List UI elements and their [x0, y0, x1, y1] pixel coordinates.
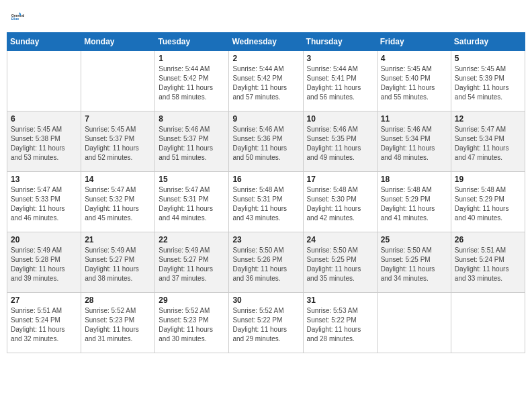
day-info: Sunrise: 5:52 AMSunset: 5:23 PMDaylight:…: [159, 306, 225, 344]
day-info: Sunrise: 5:50 AMSunset: 5:26 PMDaylight:…: [232, 246, 299, 283]
calendar: SundayMondayTuesdayWednesdayThursdayFrid…: [7, 32, 525, 353]
day-info: Sunrise: 5:52 AMSunset: 5:23 PMDaylight:…: [85, 306, 151, 344]
day-number: 14: [85, 175, 151, 184]
day-info: Sunrise: 5:52 AMSunset: 5:22 PMDaylight:…: [232, 306, 299, 344]
day-number: 15: [159, 175, 225, 184]
day-number: 10: [307, 114, 373, 124]
day-info: Sunrise: 5:45 AMSunset: 5:39 PMDaylight:…: [455, 64, 521, 102]
day-number: 21: [85, 235, 151, 244]
calendar-cell: 16Sunrise: 5:48 AMSunset: 5:31 PMDayligh…: [229, 172, 303, 232]
day-info: Sunrise: 5:51 AMSunset: 5:24 PMDaylight:…: [11, 306, 77, 344]
calendar-week-2: 6Sunrise: 5:45 AMSunset: 5:38 PMDaylight…: [7, 111, 525, 172]
day-info: Sunrise: 5:48 AMSunset: 5:31 PMDaylight:…: [232, 185, 299, 223]
day-info: Sunrise: 5:50 AMSunset: 5:25 PMDaylight:…: [381, 246, 447, 283]
day-number: 1: [159, 54, 225, 63]
svg-marker-2: [19, 12, 21, 13]
day-number: 16: [232, 175, 299, 184]
day-number: 3: [307, 54, 373, 63]
day-header-tuesday: Tuesday: [155, 33, 229, 51]
calendar-cell: [377, 293, 451, 353]
calendar-cell: 6Sunrise: 5:45 AMSunset: 5:38 PMDaylight…: [7, 111, 81, 172]
calendar-cell: [81, 51, 155, 111]
calendar-cell: 15Sunrise: 5:47 AMSunset: 5:31 PMDayligh…: [155, 172, 229, 232]
calendar-cell: 30Sunrise: 5:52 AMSunset: 5:22 PMDayligh…: [229, 293, 303, 353]
day-number: 19: [455, 175, 521, 184]
calendar-cell: 23Sunrise: 5:50 AMSunset: 5:26 PMDayligh…: [229, 232, 303, 293]
calendar-cell: 17Sunrise: 5:48 AMSunset: 5:30 PMDayligh…: [303, 172, 377, 232]
day-info: Sunrise: 5:45 AMSunset: 5:38 PMDaylight:…: [11, 125, 77, 163]
day-info: Sunrise: 5:47 AMSunset: 5:32 PMDaylight:…: [85, 185, 151, 223]
day-number: 25: [381, 235, 447, 244]
day-number: 17: [307, 175, 373, 184]
calendar-week-5: 27Sunrise: 5:51 AMSunset: 5:24 PMDayligh…: [7, 293, 525, 353]
calendar-cell: 8Sunrise: 5:46 AMSunset: 5:37 PMDaylight…: [155, 111, 229, 172]
day-info: Sunrise: 5:48 AMSunset: 5:29 PMDaylight:…: [381, 185, 447, 223]
day-info: Sunrise: 5:44 AMSunset: 5:42 PMDaylight:…: [232, 64, 299, 102]
calendar-cell: 11Sunrise: 5:46 AMSunset: 5:34 PMDayligh…: [377, 111, 451, 172]
calendar-cell: 2Sunrise: 5:44 AMSunset: 5:42 PMDaylight…: [229, 51, 303, 111]
day-number: 24: [307, 235, 373, 244]
day-number: 22: [159, 235, 225, 244]
day-number: 29: [159, 295, 225, 305]
logo: General Blue: [9, 7, 31, 27]
day-info: Sunrise: 5:44 AMSunset: 5:41 PMDaylight:…: [307, 64, 373, 102]
calendar-cell: 9Sunrise: 5:46 AMSunset: 5:36 PMDaylight…: [229, 111, 303, 172]
day-header-thursday: Thursday: [303, 33, 377, 51]
day-number: 2: [232, 54, 299, 63]
day-info: Sunrise: 5:47 AMSunset: 5:33 PMDaylight:…: [11, 185, 77, 223]
calendar-cell: [7, 51, 81, 111]
day-number: 4: [381, 54, 447, 63]
day-number: 7: [85, 114, 151, 124]
day-info: Sunrise: 5:53 AMSunset: 5:22 PMDaylight:…: [307, 306, 373, 344]
calendar-cell: 20Sunrise: 5:49 AMSunset: 5:28 PMDayligh…: [7, 232, 81, 293]
calendar-cell: 29Sunrise: 5:52 AMSunset: 5:23 PMDayligh…: [155, 293, 229, 353]
calendar-week-3: 13Sunrise: 5:47 AMSunset: 5:33 PMDayligh…: [7, 172, 525, 232]
day-info: Sunrise: 5:49 AMSunset: 5:28 PMDaylight:…: [11, 246, 77, 283]
day-number: 31: [307, 295, 373, 305]
calendar-cell: 31Sunrise: 5:53 AMSunset: 5:22 PMDayligh…: [303, 293, 377, 353]
calendar-cell: 26Sunrise: 5:51 AMSunset: 5:24 PMDayligh…: [451, 232, 525, 293]
day-number: 23: [232, 235, 299, 244]
calendar-cell: 13Sunrise: 5:47 AMSunset: 5:33 PMDayligh…: [7, 172, 81, 232]
calendar-week-4: 20Sunrise: 5:49 AMSunset: 5:28 PMDayligh…: [7, 232, 525, 293]
day-info: Sunrise: 5:50 AMSunset: 5:25 PMDaylight:…: [307, 246, 373, 283]
calendar-cell: 19Sunrise: 5:48 AMSunset: 5:29 PMDayligh…: [451, 172, 525, 232]
calendar-cell: 14Sunrise: 5:47 AMSunset: 5:32 PMDayligh…: [81, 172, 155, 232]
calendar-cell: 27Sunrise: 5:51 AMSunset: 5:24 PMDayligh…: [7, 293, 81, 353]
svg-text:Blue: Blue: [11, 17, 19, 21]
day-info: Sunrise: 5:45 AMSunset: 5:40 PMDaylight:…: [381, 64, 447, 102]
calendar-header-row: SundayMondayTuesdayWednesdayThursdayFrid…: [7, 33, 525, 51]
day-info: Sunrise: 5:51 AMSunset: 5:24 PMDaylight:…: [455, 246, 521, 283]
day-number: 26: [455, 235, 521, 244]
day-number: 12: [455, 114, 521, 124]
calendar-cell: 1Sunrise: 5:44 AMSunset: 5:42 PMDaylight…: [155, 51, 229, 111]
day-info: Sunrise: 5:46 AMSunset: 5:37 PMDaylight:…: [159, 125, 225, 163]
calendar-cell: 28Sunrise: 5:52 AMSunset: 5:23 PMDayligh…: [81, 293, 155, 353]
calendar-cell: [451, 293, 525, 353]
calendar-cell: 3Sunrise: 5:44 AMSunset: 5:41 PMDaylight…: [303, 51, 377, 111]
day-info: Sunrise: 5:49 AMSunset: 5:27 PMDaylight:…: [85, 246, 151, 283]
day-number: 6: [11, 114, 77, 124]
day-info: Sunrise: 5:46 AMSunset: 5:34 PMDaylight:…: [381, 125, 447, 163]
page-header: General Blue: [7, 7, 525, 27]
calendar-cell: 12Sunrise: 5:47 AMSunset: 5:34 PMDayligh…: [451, 111, 525, 172]
day-header-wednesday: Wednesday: [229, 33, 303, 51]
day-info: Sunrise: 5:44 AMSunset: 5:42 PMDaylight:…: [159, 64, 225, 102]
calendar-week-1: 1Sunrise: 5:44 AMSunset: 5:42 PMDaylight…: [7, 51, 525, 111]
calendar-cell: 18Sunrise: 5:48 AMSunset: 5:29 PMDayligh…: [377, 172, 451, 232]
calendar-cell: 22Sunrise: 5:49 AMSunset: 5:27 PMDayligh…: [155, 232, 229, 293]
day-number: 27: [11, 295, 77, 305]
day-header-monday: Monday: [81, 33, 155, 51]
day-info: Sunrise: 5:49 AMSunset: 5:27 PMDaylight:…: [159, 246, 225, 283]
day-number: 28: [85, 295, 151, 305]
day-header-saturday: Saturday: [451, 33, 525, 51]
logo-icon: General Blue: [11, 7, 31, 27]
day-header-sunday: Sunday: [7, 33, 81, 51]
calendar-cell: 24Sunrise: 5:50 AMSunset: 5:25 PMDayligh…: [303, 232, 377, 293]
day-info: Sunrise: 5:45 AMSunset: 5:37 PMDaylight:…: [85, 125, 151, 163]
day-number: 30: [232, 295, 299, 305]
calendar-cell: 4Sunrise: 5:45 AMSunset: 5:40 PMDaylight…: [377, 51, 451, 111]
calendar-cell: 21Sunrise: 5:49 AMSunset: 5:27 PMDayligh…: [81, 232, 155, 293]
calendar-cell: 25Sunrise: 5:50 AMSunset: 5:25 PMDayligh…: [377, 232, 451, 293]
calendar-cell: 7Sunrise: 5:45 AMSunset: 5:37 PMDaylight…: [81, 111, 155, 172]
